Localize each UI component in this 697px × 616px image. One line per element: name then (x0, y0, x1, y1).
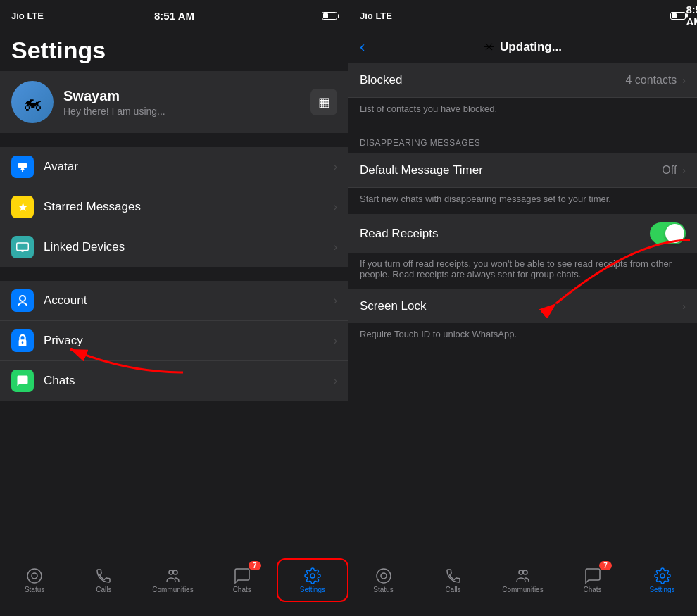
carrier-left: Jio LTE (11, 11, 44, 21)
svg-point-1 (22, 170, 23, 172)
chats-label: Chats (44, 374, 324, 388)
tab-settings-right[interactable]: Settings (627, 558, 697, 602)
starred-icon: ★ (11, 196, 34, 218)
calls-tab-icon-left (95, 567, 112, 584)
menu-item-starred[interactable]: ★ Starred Messages › (0, 187, 348, 227)
svg-point-18 (523, 570, 527, 574)
menu-section: Avatar › ★ Starred Messages › Linked Dev… (0, 147, 348, 267)
tab-calls-left[interactable]: Calls (69, 558, 138, 602)
screen-lock-description: Require Touch ID to unlock WhatsApp. (348, 323, 697, 349)
nav-header-right: ‹ ✳ Updating... (348, 31, 697, 63)
chats-chevron: › (334, 375, 337, 387)
status-tab-icon-right (375, 567, 392, 584)
chats-tab-label-left: Chats (233, 586, 251, 593)
disappearing-description: Start new chats with disappearing messag… (348, 188, 697, 214)
tab-chats-left[interactable]: 7 Chats (208, 558, 277, 602)
screen-lock-section: Screen Lock › (348, 289, 697, 323)
svg-point-9 (27, 569, 42, 583)
avatar-image: 🏍 (23, 91, 42, 114)
profile-name: Swayam (63, 88, 301, 104)
tab-bar-right: Status Calls Communities 7 Chats (348, 558, 697, 616)
calls-tab-label-left: Calls (96, 586, 111, 593)
right-screen: Jio LTE 8:51 AM ‹ ✳ Updating... Blocked … (348, 0, 697, 616)
menu-item-privacy[interactable]: Privacy › (0, 321, 348, 361)
status-tab-label-left: Status (25, 586, 44, 593)
tab-bar-left: Status Calls Communities 7 Chats (0, 558, 348, 616)
starred-label: Starred Messages (44, 200, 324, 214)
qr-button[interactable]: ▦ (310, 89, 337, 115)
tab-status-right[interactable]: Status (348, 558, 418, 602)
menu-item-chats[interactable]: Chats › (0, 361, 348, 401)
calls-tab-icon-right (445, 567, 462, 584)
menu-item-linked[interactable]: Linked Devices › (0, 227, 348, 267)
status-tab-icon-left (26, 567, 43, 584)
blocked-label: Blocked (360, 73, 625, 87)
updating-spinner: ✳ (484, 39, 494, 55)
profile-section[interactable]: 🏍 Swayam Hey there! I am using... ▦ (0, 71, 348, 133)
default-timer-item[interactable]: Default Message Timer Off › (348, 153, 697, 188)
account-chevron: › (334, 294, 337, 307)
settings-header: Settings (0, 31, 348, 71)
tab-calls-right[interactable]: Calls (418, 558, 488, 602)
privacy-label: Privacy (44, 334, 324, 348)
settings-tab-icon-left (304, 567, 321, 584)
read-receipts-toggle[interactable] (650, 222, 686, 244)
screen-lock-item[interactable]: Screen Lock › (348, 289, 697, 323)
default-timer-chevron: › (682, 165, 686, 176)
svg-rect-3 (20, 251, 25, 252)
calls-tab-label-right: Calls (445, 586, 460, 593)
avatar-chevron: › (334, 161, 337, 173)
tab-status-left[interactable]: Status (0, 558, 69, 602)
communities-tab-label-left: Communities (152, 586, 193, 593)
svg-point-16 (381, 573, 387, 579)
communities-tab-icon-right (515, 567, 532, 584)
privacy-content: Blocked 4 contacts › List of contacts yo… (348, 63, 697, 558)
svg-point-7 (22, 341, 24, 344)
starred-chevron: › (334, 201, 337, 213)
svg-point-11 (169, 570, 173, 574)
svg-point-10 (32, 573, 37, 579)
blocked-item[interactable]: Blocked 4 contacts › (348, 63, 697, 98)
left-screen: Jio LTE 8:51 AM Settings 🏍 Swayam Hey th… (0, 0, 348, 616)
svg-rect-0 (18, 163, 27, 168)
default-timer-value: Off (662, 164, 677, 177)
status-tab-label-right: Status (373, 586, 393, 593)
tab-settings-left[interactable]: Settings (277, 558, 348, 602)
linked-chevron: › (334, 241, 337, 253)
settings-lower-section: Account › Privacy › Chats › (0, 281, 348, 401)
chats-tab-icon-right (584, 567, 601, 584)
svg-point-19 (660, 574, 665, 578)
settings-tab-icon-right (654, 567, 671, 584)
screen-lock-chevron: › (682, 301, 686, 312)
chats-badge-right: 7 (599, 561, 612, 570)
linked-label: Linked Devices (44, 240, 324, 254)
battery-left (322, 11, 337, 20)
tab-communities-left[interactable]: Communities (138, 558, 207, 602)
read-receipts-row[interactable]: Read Receipts (348, 214, 697, 253)
back-button[interactable]: ‹ (360, 38, 365, 56)
toggle-knob (665, 224, 684, 243)
carrier-right: Jio LTE (360, 11, 392, 21)
chats-icon (11, 370, 34, 392)
svg-rect-4 (22, 251, 24, 252)
nav-title: Updating... (500, 40, 562, 54)
avatar-icon (11, 156, 34, 178)
blocked-value: 4 contacts (625, 74, 677, 87)
avatar: 🏍 (11, 81, 54, 123)
menu-item-avatar[interactable]: Avatar › (0, 147, 348, 187)
settings-title: Settings (11, 37, 337, 64)
qr-icon: ▦ (318, 94, 330, 110)
chats-badge-left: 7 (249, 561, 261, 570)
account-icon (11, 289, 34, 312)
tab-chats-right[interactable]: 7 Chats (558, 558, 627, 602)
chats-tab-icon-left (234, 567, 251, 584)
menu-item-account[interactable]: Account › (0, 281, 348, 321)
profile-info: Swayam Hey there! I am using... (63, 88, 301, 117)
read-receipts-label: Read Receipts (360, 227, 650, 241)
svg-point-5 (20, 296, 25, 301)
tab-communities-right[interactable]: Communities (488, 558, 558, 602)
svg-point-13 (310, 574, 315, 578)
chats-tab-label-right: Chats (583, 586, 601, 593)
svg-point-12 (173, 570, 177, 574)
screen-lock-label: Screen Lock (360, 299, 682, 313)
